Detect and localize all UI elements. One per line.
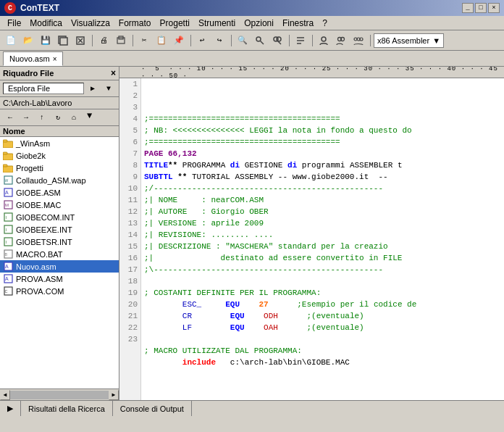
find-all-button[interactable] [269,33,285,49]
fp-forward-button[interactable]: → [19,111,33,124]
print-button[interactable]: 🖨 [96,33,112,49]
copy-button[interactable]: 📋 [154,33,169,49]
line-number: 14 [119,229,140,241]
print-preview-button[interactable] [113,33,129,49]
code-line: ;| AUTORE : Giorgio OBER [144,206,501,217]
file-name: PROVA.ASM [16,275,63,283]
file-item[interactable]: Progetti [0,162,119,174]
tab-close-icon[interactable]: × [53,55,57,63]
code-line: ;=======================================… [144,136,501,148]
file-type-icon: B [3,250,13,259]
statusbar: ▶ Risultati della Ricerca Console di Out… [0,400,504,416]
file-item[interactable]: _WinAsm [0,137,119,149]
paste-button[interactable]: 📌 [171,33,187,49]
file-item[interactable]: MGIOBE.MAC [0,199,119,211]
file-type-icon: I [3,238,13,246]
fp-root-button[interactable]: ⌂ [67,111,81,124]
fp-scroll-left[interactable]: ◀ [0,390,10,400]
svg-point-20 [360,38,363,41]
file-item[interactable]: IGIOBETSR.INT [0,236,119,248]
fp-scrollbar: ◀ ▶ [0,389,119,400]
minimize-button[interactable]: _ [462,3,474,13]
svg-text:M: M [5,203,9,207]
file-item[interactable]: AGIOBE.ASM [0,186,119,199]
menu-modifica[interactable]: Modifica [25,17,67,30]
tab-risultati[interactable]: Risultati della Ricerca [21,401,113,416]
find-replace-button[interactable] [252,33,268,49]
main-area: Riquadro File × Esplora File ▶ ▼ C:\Arch… [0,67,504,400]
menu-finestra[interactable]: Finestra [278,17,318,30]
user-button-2[interactable] [333,33,349,49]
file-name: GIOBECOM.INT [16,213,75,222]
file-item[interactable]: CPROVA.COM [0,285,119,297]
line-number: 8 [119,159,140,171]
fp-scroll-right[interactable]: ▶ [109,390,119,400]
fp-back-button[interactable]: ← [3,111,17,124]
close-button[interactable]: × [488,3,500,13]
toolbar-sep-5 [287,33,291,49]
code-line: TITLE** PROGRAMMA di GESTIONE di program… [144,159,501,171]
line-number: 19 [119,287,140,299]
file-item[interactable]: IGIOBECOM.INT [0,211,119,223]
code-line [144,275,501,287]
code-line: LF EQU OAH ;(eventuale) [144,322,501,333]
fp-more-button[interactable]: ▼ [101,82,116,95]
fp-view-dropdown[interactable]: ▼ [87,111,92,124]
menu-file[interactable]: File [3,17,25,30]
language-dropdown[interactable]: x86 Assembler ▼ [374,33,444,48]
open-button[interactable]: 📂 [20,33,36,49]
code-line: ;| NOME : nearCOM.ASM [144,194,501,206]
find-button[interactable]: 🔍 [235,33,251,49]
line-number: 2 [119,90,140,101]
file-item[interactable]: Giobe2k [0,149,119,162]
fp-refresh-button[interactable]: ↻ [51,111,65,124]
code-line: ;=======================================… [144,113,501,125]
menu-opzioni[interactable]: Opzioni [240,17,278,30]
menu-strumenti[interactable]: Strumenti [194,17,240,30]
file-item[interactable]: ANuovo.asm [0,260,119,273]
redo-button[interactable]: ↪ [211,33,227,49]
menu-visualizza[interactable]: Visualizza [67,17,114,30]
code-line: ; NB: <<<<<<<<<<<<<<< LEGGI la nota in f… [144,125,501,136]
file-type-icon: W [3,176,13,185]
esplora-file-button[interactable]: Esplora File [3,83,84,94]
line-number: 22 [119,322,140,333]
menu-formato[interactable]: Formato [114,17,156,30]
user-button-1[interactable] [316,33,332,49]
line-number: 3 [119,101,140,113]
file-item[interactable]: BMACRO.BAT [0,248,119,260]
file-item[interactable]: APROVA.ASM [0,273,119,285]
fp-up-button[interactable]: ↑ [35,111,49,124]
fp-expand-button[interactable]: ▶ [85,82,100,95]
app-logo: C [4,2,16,14]
tab-nuovo-asm[interactable]: Nuovo.asm × [3,51,63,66]
file-item[interactable]: IGIOBEEXE.INT [0,223,119,236]
close-file-button[interactable] [72,33,88,49]
user-button-3[interactable] [350,33,366,49]
svg-rect-24 [3,152,7,154]
app-title: ConTEXT [20,3,458,13]
menu-progetti[interactable]: Progetti [156,17,194,30]
line-number: 17 [119,264,140,275]
new-button[interactable]: 📄 [3,33,19,49]
code-area[interactable]: ;=======================================… [141,78,504,400]
save-button[interactable]: 💾 [38,33,54,49]
svg-text:A: A [5,276,9,281]
maximize-button[interactable]: □ [475,3,487,13]
tab-console[interactable]: Console di Output [113,401,192,416]
svg-text:B: B [4,252,7,257]
save-all-button[interactable] [55,33,71,49]
file-panel-close[interactable]: × [111,68,116,78]
line-numbers: 1234567891011121314151617181920212223 [119,78,141,400]
undo-button[interactable]: ↩ [194,33,210,49]
cut-button[interactable]: ✂ [136,33,152,49]
menubar: File Modifica Visualizza Formato Progett… [0,16,504,30]
editor-content: 1234567891011121314151617181920212223 ;=… [119,78,504,400]
tabs-bar: Nuovo.asm × [0,51,504,67]
goto-line-button[interactable] [293,33,308,49]
menu-help[interactable]: ? [318,17,332,30]
file-item[interactable]: WCollaudo_ASM.wap [0,174,119,186]
line-number: 11 [119,194,140,206]
file-type-icon [3,139,13,148]
svg-point-7 [256,37,261,41]
